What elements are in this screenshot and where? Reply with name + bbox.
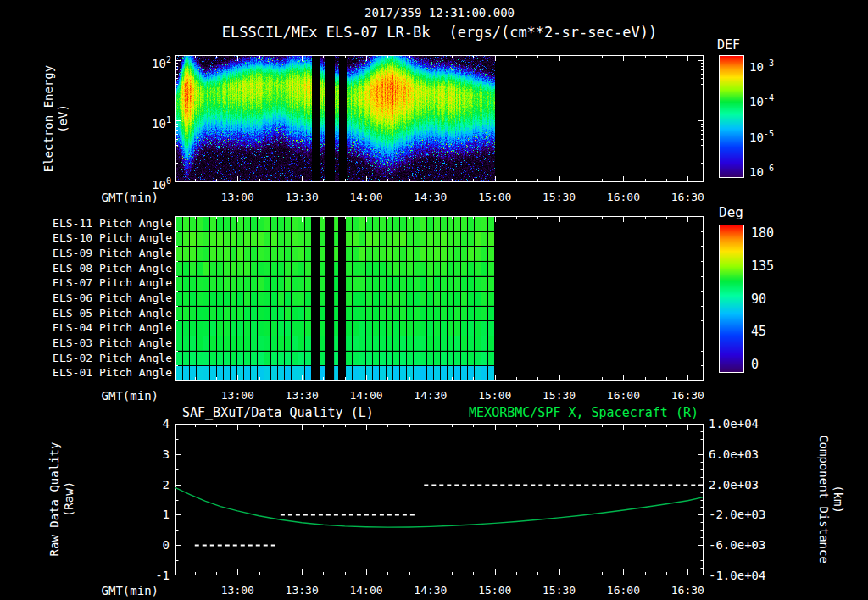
energy-tick-label: 102	[127, 53, 171, 70]
bottom-panel-titles: SAF_BXuT/Data Quality (L) MEXORBMC/SPF X…	[175, 405, 704, 420]
pitch-row-label: ELS-02 Pitch Angle	[0, 352, 172, 365]
x-tick-label: 15:30	[542, 584, 576, 597]
pitch-row-label: ELS-01 Pitch Angle	[0, 366, 172, 380]
deg-colorbar-tick-label: 135	[751, 259, 774, 273]
deg-colorbar-tick-label: 45	[751, 325, 766, 338]
x-tick-label: 14:30	[414, 389, 447, 403]
pitch-row-label: ELS-09 Pitch Angle	[0, 247, 172, 260]
pitch-row-label: ELS-03 Pitch Angle	[0, 336, 172, 350]
distance-tick-label: -6.0e+03	[709, 538, 776, 552]
deg-colorbar-canvas	[719, 225, 744, 373]
distance-tick-label: 2.0e+03	[709, 478, 776, 492]
quality-ylabel-units: (Raw)	[62, 372, 75, 600]
x-tick-label: 16:30	[671, 584, 704, 597]
quality-tick-label: -1	[134, 569, 170, 582]
els-summary-plot-page: 2017/359 12:31:00.000 ELSSCIL/MEx ELS-07…	[0, 0, 868, 600]
quality-tick-label: 3	[134, 447, 170, 461]
def-colorbar-canvas	[719, 55, 744, 178]
right-axis-chart-title: MEXORBMC/SPF X, Spacecraft (R)	[469, 405, 704, 420]
deg-colorbar-tick-label: 0	[751, 358, 759, 371]
distance-tick-label: -2.0e+03	[709, 508, 776, 521]
x-tick-label: 14:00	[349, 389, 382, 403]
x-axis-label: GMT(min)	[76, 191, 159, 204]
x-tick-label: 14:00	[349, 191, 382, 204]
pitch-row-label: ELS-10 Pitch Angle	[0, 231, 172, 245]
x-tick-label: 15:30	[542, 389, 576, 403]
x-tick-label: 13:00	[221, 191, 254, 204]
def-colorbar-tick-label: 10-5	[749, 127, 774, 144]
x-tick-label: 14:30	[414, 584, 447, 597]
def-colorbar-tick-label: 10-3	[749, 57, 774, 74]
pitch-row-label: ELS-08 Pitch Angle	[0, 262, 172, 275]
x-tick-label: 16:30	[671, 389, 704, 403]
spectrogram-ylabel: Electron Energy	[42, 0, 55, 246]
quality-tick-label: 0	[134, 538, 170, 552]
x-tick-label: 14:30	[414, 191, 447, 204]
x-tick-label: 13:30	[286, 584, 319, 597]
distance-ylabel-units: (km)	[832, 372, 845, 600]
x-axis-label: GMT(min)	[76, 389, 159, 403]
x-tick-label: 15:00	[478, 584, 511, 597]
x-tick-label: 14:00	[349, 584, 382, 597]
pitch-row-label: ELS-04 Pitch Angle	[0, 321, 172, 335]
header-timestamp: 2017/359 12:31:00.000	[175, 6, 704, 19]
x-axis-label: GMT(min)	[76, 584, 159, 597]
deg-colorbar-tick-label: 180	[751, 226, 774, 240]
x-tick-label: 16:00	[607, 389, 640, 403]
quality-distance-canvas	[175, 424, 704, 575]
pitch-row-label: ELS-06 Pitch Angle	[0, 292, 172, 305]
instrument-title: ELSSCIL/MEx ELS-07 LR-Bk	[222, 24, 431, 41]
quality-tick-label: 1	[134, 508, 170, 521]
x-tick-label: 15:30	[542, 191, 576, 204]
deg-colorbar-tick-label: 90	[751, 292, 766, 306]
distance-tick-label: 1.0e+04	[709, 417, 776, 431]
x-tick-label: 15:00	[478, 389, 511, 403]
x-tick-label: 13:30	[286, 191, 319, 204]
electron-energy-spectrogram-canvas	[175, 55, 704, 182]
pitch-angle-canvas	[175, 216, 704, 381]
spectrogram-ylabel-units: (eV)	[56, 0, 70, 246]
distance-tick-label: -1.0e+04	[709, 569, 776, 582]
header-title-line: ELSSCIL/MEx ELS-07 LR-Bk (ergs/(cm**2-sr…	[175, 24, 704, 41]
quality-ylabel: Raw Data Quality	[47, 372, 61, 600]
pitch-row-label: ELS-05 Pitch Angle	[0, 307, 172, 320]
x-tick-label: 13:00	[221, 389, 254, 403]
x-tick-label: 13:30	[286, 389, 319, 403]
x-tick-label: 13:00	[221, 584, 254, 597]
def-colorbar-tick-label: 10-6	[749, 162, 774, 179]
x-tick-label: 16:30	[671, 191, 704, 204]
def-colorbar-tick-label: 10-4	[749, 92, 774, 108]
pitch-row-label: ELS-07 Pitch Angle	[0, 276, 172, 290]
deg-colorbar-title: Deg	[719, 204, 743, 220]
x-tick-label: 16:00	[607, 191, 640, 204]
distance-tick-label: 6.0e+03	[709, 447, 776, 461]
pitch-row-label: ELS-11 Pitch Angle	[0, 217, 172, 231]
distance-ylabel: Component Distance	[817, 372, 831, 600]
left-axis-chart-title: SAF_BXuT/Data Quality (L)	[175, 405, 374, 420]
units-label: (ergs/(cm**2-sr-sec-eV))	[449, 24, 658, 41]
x-tick-label: 16:00	[607, 584, 640, 597]
def-colorbar-title: DEF	[717, 37, 740, 53]
quality-tick-label: 2	[134, 478, 170, 492]
quality-tick-label: 4	[134, 417, 170, 431]
x-tick-label: 15:00	[478, 191, 511, 204]
energy-tick-label: 100	[127, 175, 171, 192]
energy-tick-label: 101	[127, 114, 171, 131]
